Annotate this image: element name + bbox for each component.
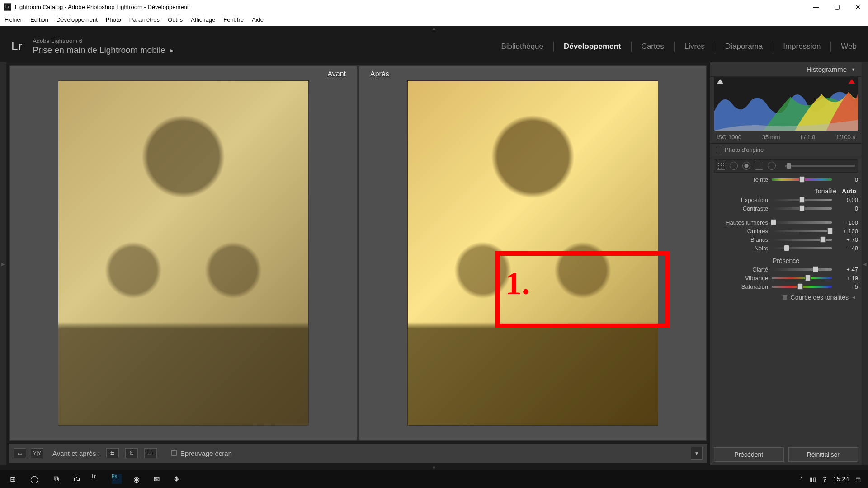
tone-curve-header[interactable]: Courbe des tonalités ◀ xyxy=(714,292,858,303)
close-button[interactable]: ✕ xyxy=(847,0,868,14)
photoshop-taskbar-icon[interactable]: Ps xyxy=(108,470,126,488)
develop-right-panel: Histogramme ▼ ISO 1000 35 mm f / 1,8 1/1… xyxy=(710,62,862,465)
compare-vertical-button[interactable]: ⇅ xyxy=(125,448,138,458)
toolbar-options-dropdown[interactable]: ▼ xyxy=(691,447,703,460)
menu-help[interactable]: Aide xyxy=(252,16,264,23)
module-develop[interactable]: Développement xyxy=(564,42,621,51)
redeye-tool[interactable] xyxy=(742,162,750,170)
copy-settings-button[interactable]: ⿻ xyxy=(144,448,157,458)
menu-bar: Fichier Edition Développement Photo Para… xyxy=(0,14,868,26)
menu-photo[interactable]: Photo xyxy=(106,16,121,23)
hautes-lumieres-slider[interactable]: Hautes lumières – 100 xyxy=(714,219,858,226)
shadow-clipping-icon[interactable] xyxy=(717,79,723,84)
menu-tools[interactable]: Outils xyxy=(168,16,183,23)
clarte-slider[interactable]: Clarté + 47 xyxy=(714,266,858,273)
before-canvas[interactable]: Avant xyxy=(10,66,357,440)
basic-panel: Teinte 0 Tonalité Auto Exposition 0,00 C… xyxy=(710,173,862,444)
previous-button[interactable]: Précédent xyxy=(714,447,784,462)
before-photo xyxy=(58,81,308,425)
auto-tone-button[interactable]: Auto xyxy=(842,188,856,195)
after-canvas[interactable]: Après xyxy=(359,66,706,440)
spot-removal-tool[interactable] xyxy=(730,162,738,170)
menu-params[interactable]: Paramètres xyxy=(129,16,160,23)
minimize-button[interactable]: — xyxy=(806,0,826,14)
original-photo-label: Photo d'origine xyxy=(725,146,764,153)
compare-horizontal-button[interactable]: ⇆ xyxy=(106,448,119,458)
contraste-slider[interactable]: Contraste 0 xyxy=(714,205,858,212)
module-web[interactable]: Web xyxy=(841,42,857,51)
module-print[interactable]: Impression xyxy=(783,42,821,51)
filmstrip-toggle[interactable]: ▼ xyxy=(0,465,868,470)
reset-button[interactable]: Réinitialiser xyxy=(788,447,859,462)
module-tabs: Bibliothèque Développement Cartes Livres… xyxy=(501,42,857,52)
cortana-button[interactable]: ◯ xyxy=(24,470,44,488)
histogram-title: Histogramme xyxy=(807,66,847,73)
module-slideshow[interactable]: Diaporama xyxy=(725,42,763,51)
action-center-icon[interactable]: ▤ xyxy=(855,476,861,483)
tray-chevron-icon[interactable]: ˄ xyxy=(800,476,803,483)
right-panel-toggle[interactable]: ◀ xyxy=(862,62,868,465)
module-book[interactable]: Livres xyxy=(684,42,705,51)
develop-footer-actions: Précédent Réinitialiser xyxy=(710,444,862,465)
exif-aperture: f / 1,8 xyxy=(801,134,816,141)
menu-view[interactable]: Affichage xyxy=(191,16,215,23)
vibrance-slider[interactable]: Vibrance + 19 xyxy=(714,275,858,282)
lightroom-taskbar-icon[interactable]: Lr xyxy=(88,470,106,488)
explorer-icon[interactable]: 🗂 xyxy=(68,470,86,488)
before-label: Avant xyxy=(319,69,354,80)
module-map[interactable]: Cartes xyxy=(642,42,664,51)
menu-window[interactable]: Fenêtre xyxy=(223,16,244,23)
chrome-icon[interactable]: ◉ xyxy=(127,470,146,488)
task-view-button[interactable]: ⧉ xyxy=(46,470,66,488)
teinte-slider[interactable]: Teinte 0 xyxy=(714,176,858,183)
menu-develop[interactable]: Développement xyxy=(57,16,98,23)
product-name: Adobe Lightroom 6 xyxy=(33,38,174,44)
saturation-slider[interactable]: Saturation – 5 xyxy=(714,283,858,290)
windows-taskbar: ⊞ ◯ ⧉ 🗂 Lr Ps ◉ ✉ ❖ ˄ ▮▯ ⚳ 15:24 ▤ xyxy=(0,470,868,488)
panel-switch-icon[interactable] xyxy=(783,295,787,300)
compare-mode-label: Avant et après : xyxy=(52,450,100,457)
brush-size-slider[interactable] xyxy=(785,165,855,167)
soft-proofing-checkbox[interactable] xyxy=(171,450,177,456)
ombres-slider[interactable]: Ombres + 100 xyxy=(714,228,858,235)
mail-icon[interactable]: ✉ xyxy=(147,470,165,488)
blancs-slider[interactable]: Blancs + 70 xyxy=(714,236,858,243)
presence-heading: Présence xyxy=(714,257,858,264)
window-titlebar: Lr Lightroom Catalog - Adobe Photoshop L… xyxy=(0,0,868,14)
histogram[interactable] xyxy=(714,77,858,131)
menu-edition[interactable]: Edition xyxy=(30,16,48,23)
graduated-filter-tool[interactable] xyxy=(755,162,763,170)
original-photo-checkbox[interactable] xyxy=(717,148,721,152)
crop-tool[interactable] xyxy=(717,162,725,170)
start-button[interactable]: ⊞ xyxy=(3,470,23,488)
lightroom-app: ▲ Lr Adobe Lightroom 6 Prise en main de … xyxy=(0,26,868,470)
identity-subtitle[interactable]: Prise en main de Lightroom mobile xyxy=(33,45,165,55)
top-panel-toggle[interactable]: ▲ xyxy=(0,26,868,31)
loupe-view-button[interactable]: ▭ xyxy=(14,448,26,458)
tonalite-label: Tonalité xyxy=(815,188,836,195)
soft-proofing-label: Epreuvage écran xyxy=(180,450,232,457)
wifi-icon[interactable]: ⚳ xyxy=(822,476,827,483)
chevron-down-icon: ▼ xyxy=(851,67,855,72)
exif-shutter: 1/100 s xyxy=(836,134,855,141)
highlight-clipping-icon[interactable] xyxy=(849,79,855,84)
exif-iso: ISO 1000 xyxy=(717,134,741,141)
before-after-view-button[interactable]: Y|Y xyxy=(31,448,43,458)
module-library[interactable]: Bibliothèque xyxy=(501,42,543,51)
misc-app-icon[interactable]: ❖ xyxy=(167,470,185,488)
histogram-header[interactable]: Histogramme ▼ xyxy=(710,62,862,77)
annotation-label: 1. xyxy=(505,265,530,302)
menu-file[interactable]: Fichier xyxy=(5,16,22,23)
exif-row: ISO 1000 35 mm f / 1,8 1/100 s xyxy=(710,131,862,143)
tone-curve-label: Courbe des tonalités xyxy=(791,294,849,301)
lightroom-logo: Lr xyxy=(11,39,23,53)
noirs-slider[interactable]: Noirs – 49 xyxy=(714,245,858,252)
window-title: Lightroom Catalog - Adobe Photoshop Ligh… xyxy=(15,4,189,10)
battery-icon[interactable]: ▮▯ xyxy=(810,476,816,483)
left-panel-toggle[interactable]: ▶ xyxy=(0,62,6,465)
radial-filter-tool[interactable] xyxy=(768,162,776,170)
play-icon[interactable]: ▶ xyxy=(170,48,174,53)
exposition-slider[interactable]: Exposition 0,00 xyxy=(714,197,858,203)
maximize-button[interactable]: ▢ xyxy=(826,0,847,14)
taskbar-clock[interactable]: 15:24 xyxy=(833,475,849,483)
